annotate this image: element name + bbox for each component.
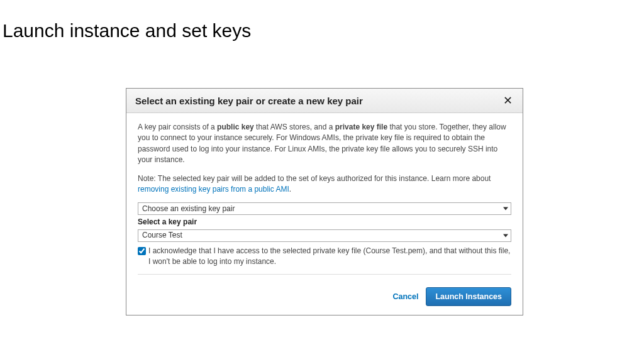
desc-prefix: A key pair consists of a xyxy=(138,123,217,131)
dialog-body: A key pair consists of a public key that… xyxy=(126,113,523,287)
desc-bold-privatekeyfile: private key file xyxy=(335,123,387,131)
acknowledge-row: I acknowledge that I have access to the … xyxy=(138,246,511,268)
close-icon[interactable]: ✕ xyxy=(502,95,514,106)
desc-mid: that AWS stores, and a xyxy=(254,123,335,131)
dialog-title: Select an existing key pair or create a … xyxy=(135,96,363,106)
keypair-name-value: Course Test xyxy=(142,230,182,241)
description-text: A key pair consists of a public key that… xyxy=(138,122,511,166)
learn-more-link[interactable]: removing existing key pairs from a publi… xyxy=(138,185,289,194)
dialog-footer: Cancel Launch Instances xyxy=(126,287,523,315)
acknowledge-checkbox[interactable] xyxy=(138,247,146,255)
keypair-action-value: Choose an existing key pair xyxy=(142,204,235,214)
keypair-dialog: Select an existing key pair or create a … xyxy=(126,88,523,315)
note-period: . xyxy=(289,185,291,194)
acknowledge-text: I acknowledge that I have access to the … xyxy=(148,246,511,268)
note-text: Note: The selected key pair will be adde… xyxy=(138,173,511,195)
desc-bold-publickey: public key xyxy=(217,123,254,131)
keypair-field-label: Select a key pair xyxy=(138,217,511,228)
divider xyxy=(138,274,511,275)
launch-instances-button[interactable]: Launch Instances xyxy=(426,287,511,306)
dialog-header: Select an existing key pair or create a … xyxy=(126,89,523,113)
chevron-down-icon xyxy=(503,234,508,237)
keypair-name-select[interactable]: Course Test xyxy=(138,229,511,242)
chevron-down-icon xyxy=(503,207,508,211)
keypair-action-select[interactable]: Choose an existing key pair xyxy=(138,202,511,215)
slide-title: Launch instance and set keys xyxy=(0,0,644,41)
note-prefix: Note: The selected key pair will be adde… xyxy=(138,174,491,183)
cancel-button[interactable]: Cancel xyxy=(392,292,418,301)
